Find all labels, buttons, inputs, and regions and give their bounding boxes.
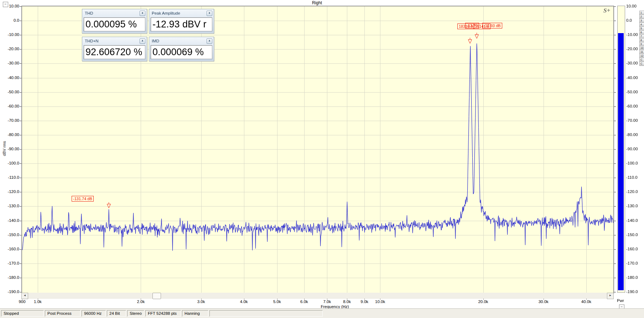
- y-tick-label-left: -20.00: [1, 47, 19, 51]
- y-tick-label-right: -150.0: [626, 233, 638, 237]
- marker-arrow-icon: [474, 33, 479, 39]
- x-tick-label: 2.0k: [137, 299, 145, 304]
- x-tick-label: 30.0k: [539, 299, 549, 304]
- y-tick-label-left: -160.0: [1, 247, 19, 251]
- y-tick-label-right: -90.00: [626, 147, 638, 151]
- y-tick-mark: [20, 221, 21, 221]
- panel-imd-title: IMD: [152, 39, 159, 43]
- panel-thd-n[interactable]: THD+N x 92.606720 %: [82, 37, 147, 61]
- y-tick-mark: [20, 149, 21, 150]
- panel-thd-n-title: THD+N: [85, 39, 99, 43]
- y-tick-label-left: -40.00: [1, 75, 19, 80]
- x-tick-label: 40.0k: [581, 299, 591, 304]
- y-tick-mark: [20, 192, 21, 192]
- y-tick-mark: [20, 235, 21, 235]
- y-tick-label-right: 10.00: [626, 4, 637, 8]
- y-tick-label-right: -50.00: [626, 90, 638, 94]
- x-tick-label: 10.0k: [375, 299, 385, 304]
- panel-peak-amplitude[interactable]: Peak Amplitude x -12.93 dBV r: [149, 9, 214, 33]
- y-tick-label-left: -190.0: [1, 290, 19, 294]
- x-tick-label: 9.0k: [360, 299, 368, 304]
- x-tick-label: 4.0k: [240, 299, 248, 304]
- y-tick-label-right: -190.0: [626, 290, 638, 294]
- panel-imd-value: 0.000069 %: [151, 45, 212, 59]
- side-button-C-13[interactable]: C: [639, 62, 644, 66]
- panel-peak-amplitude-title: Peak Amplitude: [152, 11, 180, 15]
- y-tick-mark: [614, 235, 616, 235]
- y-tick-label-right: -130.0: [626, 204, 638, 208]
- y-tick-mark: [20, 6, 21, 7]
- y-tick-mark: [614, 221, 616, 221]
- y-tick-mark: [20, 92, 21, 93]
- y-tick-mark: [614, 49, 616, 49]
- y-tick-label-right: 0.0: [626, 18, 632, 22]
- y-tick-mark: [614, 206, 616, 207]
- power-level-fill: [618, 33, 624, 290]
- panel-thd-n-close-button[interactable]: x: [140, 38, 145, 44]
- y-tick-mark: [20, 78, 21, 78]
- status-segment-3: 96000 Hz: [82, 310, 106, 317]
- y-tick-label-left: -180.0: [1, 275, 19, 280]
- y-tick-label-left: -50.00: [1, 90, 19, 94]
- marker-arrow-icon: [107, 202, 111, 208]
- y-tick-mark: [614, 264, 616, 264]
- y-tick-mark: [20, 63, 21, 64]
- y-tick-label-right: -80.00: [626, 132, 638, 137]
- panel-thd-title: THD: [85, 11, 93, 15]
- power-bar-label: Pwr: [617, 298, 624, 303]
- y-tick-mark: [614, 192, 616, 192]
- y-tick-label-right: -120.0: [626, 189, 638, 194]
- y-tick-mark: [614, 78, 616, 78]
- y-tick-mark: [614, 278, 616, 278]
- y-tick-mark: [20, 21, 21, 21]
- y-tick-mark: [614, 92, 616, 93]
- y-tick-label-left: -120.0: [1, 189, 19, 194]
- y-tick-label-left: 0.0: [1, 18, 19, 22]
- y-tick-mark: [20, 121, 21, 121]
- panel-imd-close-button[interactable]: x: [207, 38, 212, 44]
- y-tick-label-right: -100.0: [626, 161, 638, 165]
- scroll-right-button[interactable]: ►: [607, 293, 614, 299]
- y-tick-label-left: 10.00: [1, 4, 19, 8]
- status-segment-1: Stopped: [1, 310, 44, 317]
- status-segment-2: Post Process: [45, 310, 80, 317]
- y-tick-label-right: -10.00: [626, 32, 638, 37]
- y-tick-mark: [20, 163, 21, 164]
- y-tick-label-left: -140.0: [1, 218, 19, 223]
- y-tick-mark: [614, 21, 616, 21]
- scroll-thumb[interactable]: [152, 293, 161, 299]
- marker-arrow-icon: [468, 38, 472, 44]
- y-tick-label-right: -40.00: [626, 75, 638, 80]
- panel-peak-amplitude-close-button[interactable]: x: [207, 11, 212, 16]
- y-tick-mark: [20, 35, 21, 35]
- y-tick-label-left: -10.00: [1, 32, 19, 37]
- y-tick-label-left: -150.0: [1, 233, 19, 237]
- y-tick-mark: [20, 135, 21, 135]
- x-tick-label: 20.0k: [478, 299, 488, 304]
- y-tick-mark: [614, 292, 616, 292]
- y-tick-mark: [614, 163, 616, 164]
- panel-imd[interactable]: IMD x 0.000069 %: [149, 37, 214, 61]
- plot-title: Right: [21, 0, 613, 5]
- spectraplus-logo: S+: [603, 7, 610, 14]
- y-tick-mark: [614, 6, 616, 7]
- scroll-left-button[interactable]: ◄: [21, 293, 28, 299]
- panel-thd[interactable]: THD x 0.000095 %: [82, 9, 147, 33]
- horizontal-scrollbar[interactable]: ◄ ►: [21, 293, 613, 299]
- y-tick-label-left: -30.00: [1, 61, 19, 65]
- y-tick-mark: [20, 249, 21, 250]
- y-tick-mark: [20, 206, 21, 207]
- y-tick-label-right: -30.00: [626, 61, 638, 65]
- y-tick-label-left: -60.00: [1, 104, 19, 108]
- y-tick-label-left: -130.0: [1, 204, 19, 208]
- panel-peak-amplitude-value: -12.93 dBV r: [151, 17, 212, 31]
- x-tick-label: 7.0k: [323, 299, 331, 304]
- y-tick-mark: [20, 106, 21, 107]
- panel-thd-value: 0.000095 %: [84, 17, 145, 31]
- x-tick-label: 3.0k: [197, 299, 205, 304]
- y-tick-label-right: -60.00: [626, 104, 638, 108]
- status-segment-5: Stereo: [127, 310, 144, 317]
- panel-thd-close-button[interactable]: x: [140, 11, 145, 16]
- y-tick-mark: [20, 49, 21, 49]
- marker-label-cluster-4: -12.93 dB: [482, 23, 502, 28]
